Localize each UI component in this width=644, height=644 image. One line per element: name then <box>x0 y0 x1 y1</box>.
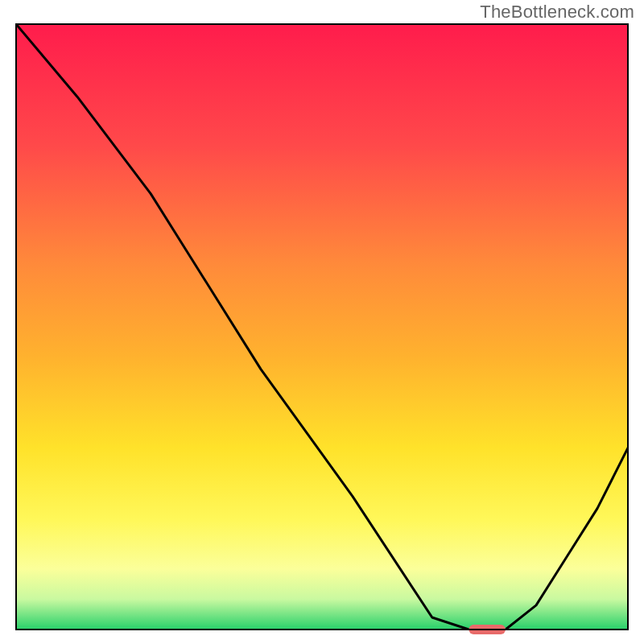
plot-svg <box>0 0 644 644</box>
bottleneck-chart: TheBottleneck.com <box>0 0 644 644</box>
gradient-background <box>16 24 628 630</box>
